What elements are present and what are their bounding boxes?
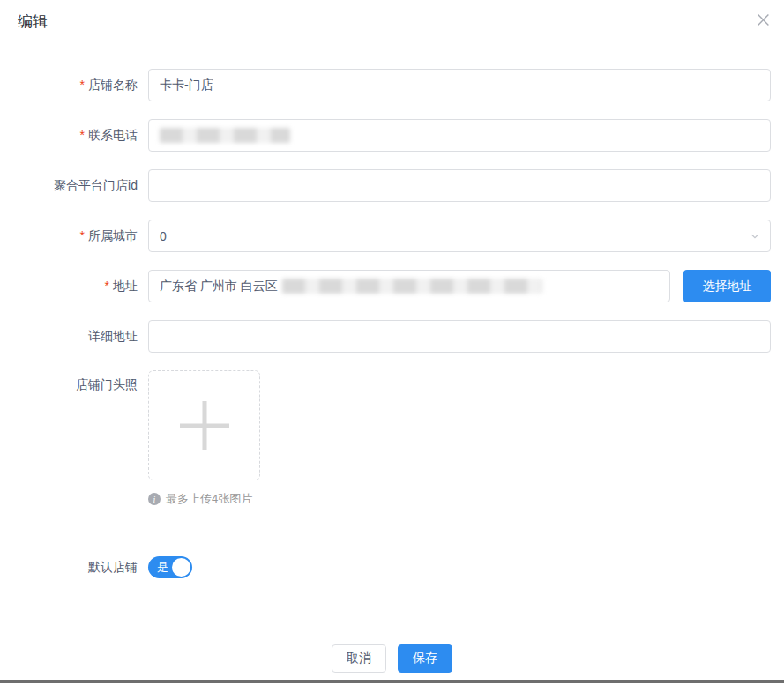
close-icon[interactable] (757, 13, 770, 26)
save-button[interactable]: 保存 (398, 644, 452, 673)
storefront-photo-label: 店铺门头照 (0, 370, 148, 507)
detail-address-input[interactable] (148, 320, 771, 353)
form-row-detail-address: 详细地址 (0, 320, 771, 353)
form-row-storefront-photo: 店铺门头照 i 最多上传4张图片 (0, 370, 771, 507)
upload-hint: i 最多上传4张图片 (148, 491, 771, 507)
phone-label: *联系电话 (0, 119, 148, 152)
store-name-input[interactable] (148, 69, 771, 101)
edit-store-dialog: 编辑 *店铺名称 *联系电话 聚合平台门店id (0, 0, 784, 685)
store-name-label: *店铺名称 (0, 69, 148, 101)
required-mark: * (80, 78, 85, 92)
chevron-down-icon (749, 230, 761, 242)
form-row-address: *地址 广东省 广州市 白云区 选择地址 (0, 270, 771, 302)
platform-store-id-label: 聚合平台门店id (0, 169, 148, 202)
photo-upload-dropzone[interactable] (148, 370, 260, 480)
address-label: *地址 (0, 270, 148, 302)
cancel-button[interactable]: 取消 (332, 644, 386, 673)
dialog-title: 编辑 (18, 11, 48, 32)
redacted-phone-value (160, 128, 290, 143)
required-mark: * (105, 279, 109, 293)
default-store-label: 默认店铺 (0, 556, 148, 578)
edit-form: *店铺名称 *联系电话 聚合平台门店id *所属城市 (0, 69, 771, 596)
upload-hint-text: 最多上传4张图片 (166, 491, 252, 507)
form-row-phone: *联系电话 (0, 119, 771, 152)
form-row-platform-store-id: 聚合平台门店id (0, 169, 771, 202)
required-mark: * (80, 128, 85, 142)
detail-address-label: 详细地址 (0, 320, 148, 353)
dialog-footer: 取消 保存 (0, 644, 784, 673)
city-select[interactable]: 0 (148, 220, 771, 252)
platform-store-id-input[interactable] (148, 169, 771, 202)
form-row-store-name: *店铺名称 (0, 69, 771, 101)
redacted-address-value (282, 279, 542, 294)
form-row-city: *所属城市 0 (0, 220, 771, 252)
toggle-knob (172, 558, 190, 577)
toggle-on-text: 是 (157, 560, 168, 576)
required-mark: * (80, 228, 85, 242)
info-icon: i (148, 493, 161, 505)
page-bottom-bar (0, 680, 784, 683)
city-label: *所属城市 (0, 220, 148, 252)
city-select-value: 0 (160, 229, 167, 243)
select-address-button[interactable]: 选择地址 (683, 270, 771, 302)
address-value: 广东省 广州市 白云区 (160, 279, 278, 294)
address-input[interactable]: 广东省 广州市 白云区 (148, 270, 670, 302)
default-store-toggle[interactable]: 是 (148, 556, 192, 578)
form-row-default-store: 默认店铺 是 (0, 556, 771, 578)
phone-input[interactable] (148, 119, 771, 152)
plus-icon (202, 401, 206, 450)
